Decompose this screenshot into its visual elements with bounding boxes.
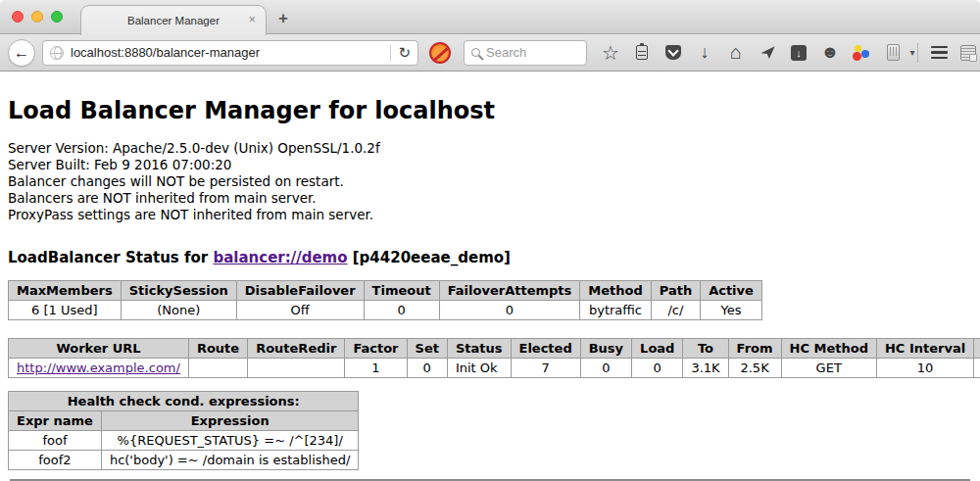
table-row: 6 [1 Used] (None) Off 0 0 bytraffic /c/ … bbox=[9, 301, 762, 320]
col-to: To bbox=[683, 339, 728, 359]
server-info: Server Version: Apache/2.5.0-dev (Unix) … bbox=[8, 140, 972, 223]
toolbar-separator bbox=[917, 43, 918, 63]
cell-path: /c/ bbox=[651, 301, 700, 320]
col-failoverattempts: FailoverAttempts bbox=[439, 281, 580, 301]
cell-active: Yes bbox=[701, 301, 762, 320]
cell-expr-name: foof bbox=[9, 431, 102, 451]
send-plane-icon[interactable] bbox=[758, 42, 777, 64]
col-elected: Elected bbox=[511, 339, 580, 359]
downloads-panel-icon[interactable]: ↓ bbox=[789, 42, 808, 64]
col-maxmembers: MaxMembers bbox=[9, 281, 122, 301]
navigation-toolbar: ← ↻ ☆ ↓ ⌂ ↓ ☻ ▾ bbox=[0, 34, 980, 72]
bookmark-star-icon[interactable]: ☆ bbox=[601, 42, 620, 64]
server-info-line: Server Version: Apache/2.5.0-dev (Unix) … bbox=[8, 140, 972, 157]
clipper-icon[interactable] bbox=[883, 42, 903, 64]
col-hc-method: HC Method bbox=[781, 339, 876, 359]
browser-window: Balancer Manager × + ← ↻ ☆ ↓ ⌂ ↓ ☻ bbox=[0, 0, 980, 481]
pocket-icon[interactable] bbox=[663, 42, 683, 64]
balancer-status-heading: LoadBalancer Status for balancer://demo … bbox=[8, 249, 972, 266]
balancer-demo-link[interactable]: balancer://demo bbox=[213, 249, 347, 266]
table-row: foof2 hc('body') =~ /domain is establish… bbox=[9, 451, 359, 470]
col-stickysession: StickySession bbox=[121, 281, 236, 301]
url-bar[interactable]: ↻ bbox=[42, 40, 418, 66]
cell-to: 3.1K bbox=[683, 359, 728, 378]
cell-hc-interval: 10 bbox=[876, 359, 973, 378]
col-load: Load bbox=[632, 339, 683, 359]
col-set: Set bbox=[407, 339, 447, 359]
table-header-row: Expr name Expression bbox=[9, 411, 359, 431]
table-row: http://www.example.com/ 1 0 Init Ok 7 0 … bbox=[9, 359, 980, 378]
downloads-box-glyph: ↓ bbox=[791, 45, 807, 61]
tab-title: Balancer Manager bbox=[127, 15, 220, 26]
color-dots-icon[interactable] bbox=[852, 42, 871, 64]
cell-hc-method: GET bbox=[781, 359, 876, 378]
col-hc-interval: HC Interval bbox=[876, 339, 973, 359]
hamburger-menu-icon[interactable] bbox=[931, 46, 948, 60]
balancer-params-table: MaxMembers StickySession DisableFailover… bbox=[8, 280, 762, 320]
tab-close-icon[interactable]: × bbox=[248, 13, 256, 25]
toolbar-icons: ☆ ↓ ⌂ ↓ ☻ ▾ bbox=[601, 42, 917, 64]
reload-icon[interactable]: ↻ bbox=[398, 45, 411, 60]
tab-balancer-manager[interactable]: Balancer Manager × bbox=[80, 5, 267, 35]
url-divider bbox=[390, 45, 391, 61]
server-info-line: Server Built: Feb 9 2016 07:00:20 bbox=[8, 157, 972, 173]
smiley-bubble-icon[interactable]: ☻ bbox=[820, 42, 840, 64]
home-icon[interactable]: ⌂ bbox=[726, 42, 746, 64]
table-header-row: MaxMembers StickySession DisableFailover… bbox=[9, 281, 762, 301]
cell-from: 2.5K bbox=[728, 359, 781, 378]
cell-maxmembers: 6 [1 Used] bbox=[9, 301, 122, 320]
col-timeout: Timeout bbox=[364, 281, 439, 301]
cell-route bbox=[188, 359, 247, 378]
worker-url-link[interactable]: http://www.example.com/ bbox=[17, 361, 180, 375]
cell-failoverattempts: 0 bbox=[439, 301, 580, 320]
col-status: Status bbox=[447, 339, 511, 359]
health-checks-table: Health check cond. expressions: Expr nam… bbox=[8, 391, 359, 470]
table-header-row: Worker URL Route RouteRedir Factor Set S… bbox=[9, 339, 980, 359]
globe-icon bbox=[50, 46, 64, 60]
col-factor: Factor bbox=[345, 339, 407, 359]
pocket-glyph bbox=[665, 45, 681, 60]
cell-status: Init Ok bbox=[447, 359, 511, 378]
cell-routeredir bbox=[248, 359, 345, 378]
search-input[interactable] bbox=[486, 45, 579, 60]
cell-method: bytraffic bbox=[580, 301, 651, 320]
table-title-row: Health check cond. expressions: bbox=[9, 392, 359, 411]
clipboard-icon[interactable] bbox=[632, 42, 652, 64]
server-info-line: Balancers are NOT inherited from main se… bbox=[8, 190, 972, 207]
page-content: Load Balancer Manager for localhost Serv… bbox=[0, 97, 980, 481]
heading-suffix: [p4420eeae_demo] bbox=[348, 249, 511, 266]
close-window-button[interactable] bbox=[12, 11, 24, 23]
col-routeredir: RouteRedir bbox=[248, 339, 345, 359]
minimize-window-button[interactable] bbox=[31, 11, 43, 23]
col-worker-url: Worker URL bbox=[9, 339, 189, 359]
new-tab-button[interactable]: + bbox=[278, 9, 288, 28]
zoom-window-button[interactable] bbox=[51, 11, 63, 23]
cell-factor: 1 bbox=[345, 359, 407, 378]
cell-expression: %{REQUEST_STATUS} =~ /^[234]/ bbox=[101, 431, 359, 451]
cell-elected: 7 bbox=[511, 359, 580, 378]
cell-set: 0 bbox=[407, 359, 447, 378]
chevron-down-icon[interactable]: ▾ bbox=[907, 42, 917, 64]
health-table-title: Health check cond. expressions: bbox=[9, 392, 359, 411]
toolbar-right-group bbox=[917, 43, 978, 63]
server-info-line: ProxyPass settings are NOT inherited fro… bbox=[8, 207, 972, 223]
col-passes: Passes bbox=[974, 339, 980, 359]
pages-badge-icon[interactable] bbox=[960, 45, 976, 61]
cell-disablefailover: Off bbox=[236, 301, 364, 320]
workers-table: Worker URL Route RouteRedir Factor Set S… bbox=[8, 338, 980, 378]
search-bar[interactable] bbox=[464, 40, 587, 66]
col-disablefailover: DisableFailover bbox=[236, 281, 364, 301]
download-arrow-icon[interactable]: ↓ bbox=[695, 42, 714, 64]
clipboard-glyph bbox=[636, 45, 648, 60]
server-info-line: Balancer changes will NOT be persisted o… bbox=[8, 173, 972, 190]
col-busy: Busy bbox=[580, 339, 631, 359]
noscript-blocked-icon[interactable] bbox=[429, 42, 451, 64]
url-input[interactable] bbox=[71, 45, 383, 60]
traffic-lights bbox=[12, 11, 63, 23]
table-row: foof %{REQUEST_STATUS} =~ /^[234]/ bbox=[9, 431, 359, 451]
col-expr-name: Expr name bbox=[9, 411, 102, 431]
page-title: Load Balancer Manager for localhost bbox=[8, 97, 972, 124]
back-button[interactable]: ← bbox=[8, 39, 35, 67]
cell-passes: 1 (0) bbox=[974, 359, 980, 378]
col-method: Method bbox=[580, 281, 651, 301]
